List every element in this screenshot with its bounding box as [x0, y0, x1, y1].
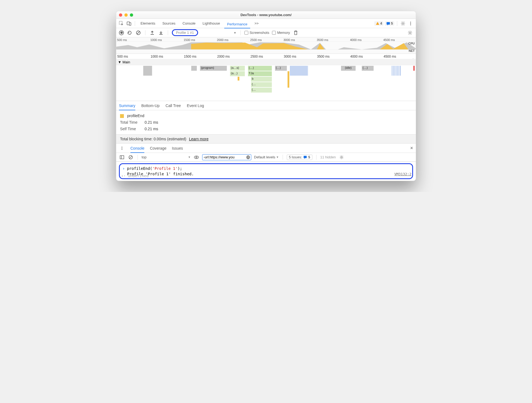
flame-bar[interactable]: (…) — [248, 66, 272, 71]
sidebar-toggle-icon[interactable] — [119, 154, 125, 160]
source-link[interactable]: VM3132:2 — [394, 172, 411, 176]
clear-console-icon[interactable] — [128, 154, 134, 160]
messages-badge[interactable]: 5 — [385, 21, 394, 26]
flame-bar[interactable]: (… — [251, 82, 272, 87]
clear-filter-icon[interactable]: × — [246, 155, 250, 159]
net-label: NET — [409, 49, 415, 52]
console-settings-icon[interactable] — [339, 154, 345, 160]
hidden-count[interactable]: 11 hidden — [320, 155, 336, 159]
svg-point-17 — [196, 156, 197, 158]
drawer-tab-issues[interactable]: Issues — [172, 146, 183, 150]
tab-lighthouse[interactable]: Lighthouse — [200, 20, 223, 26]
kebab-menu-icon[interactable] — [408, 20, 414, 26]
flame-bar[interactable] — [290, 66, 308, 76]
flame-bar[interactable]: b — [251, 77, 272, 82]
warnings-count: 4 — [380, 22, 382, 25]
flame-bar[interactable] — [392, 66, 401, 76]
svg-point-10 — [122, 148, 122, 149]
flame-bar[interactable]: (… — [251, 88, 272, 93]
chevron-down-icon[interactable]: ▼ — [234, 31, 237, 34]
details-tabs: Summary Bottom-Up Call Tree Event Log — [116, 101, 416, 110]
net-lane: NET — [116, 49, 416, 53]
tab-bottom-up[interactable]: Bottom-Up — [141, 103, 160, 108]
chevron-down-icon: ▼ — [276, 156, 279, 159]
separator — [283, 155, 283, 160]
tick: 1000 ms — [150, 55, 183, 58]
console-code-string: 'Profile 1' — [152, 166, 178, 171]
upload-icon[interactable] — [149, 30, 155, 36]
flame-bar[interactable]: (…) — [362, 66, 374, 71]
device-toggle-icon[interactable] — [126, 20, 132, 26]
warnings-badge[interactable]: 4 — [374, 21, 384, 26]
context-selector[interactable]: top ▼ — [142, 155, 191, 159]
flame-section: 500 ms 1000 ms 1500 ms 2000 ms 2500 ms 3… — [116, 54, 416, 101]
flame-bar[interactable]: (idle) — [341, 66, 356, 71]
close-drawer-icon[interactable]: × — [410, 145, 413, 151]
messages-count: 5 — [391, 22, 393, 25]
performance-toolbar: Profile 1 #1 ▼ Screenshots Memory — [116, 28, 416, 37]
record-button[interactable] — [119, 30, 124, 35]
flame-bar[interactable]: TJa — [248, 71, 272, 76]
console-body[interactable]: › profileEnd('Profile 1'); Profile 'Prof… — [116, 162, 416, 181]
inspect-element-icon[interactable] — [118, 20, 124, 26]
flame-bar[interactable]: (a…s) — [230, 66, 245, 71]
self-time-label: Self Time — [120, 127, 142, 131]
separator — [135, 21, 135, 26]
timeline-overview[interactable]: 500 ms 1000 ms 1500 ms 2000 ms 2500 ms 3… — [116, 37, 416, 54]
flame-bar[interactable] — [288, 71, 289, 88]
profile-selector[interactable]: Profile 1 #1 — [172, 29, 198, 36]
flame-bar[interactable]: (…) — [275, 66, 287, 71]
tab-performance[interactable]: Performance — [224, 21, 250, 28]
tick: 3500 ms — [316, 38, 349, 42]
flame-bar[interactable]: (a…) — [230, 71, 245, 76]
console-filter-input[interactable] — [204, 155, 245, 159]
settings-icon[interactable] — [400, 20, 406, 26]
flame-chart[interactable]: (program) (a…s) (a…) (…) TJa b (… (… (…)… — [116, 65, 416, 101]
svg-rect-18 — [304, 156, 307, 158]
self-time-value: 0.21 ms — [145, 127, 158, 131]
screenshots-checkbox[interactable]: Screenshots — [244, 31, 269, 35]
tick: 500 ms — [116, 38, 150, 42]
kebab-menu-icon[interactable] — [119, 145, 125, 151]
tab-console[interactable]: Console — [180, 20, 198, 26]
clear-icon[interactable] — [135, 30, 141, 36]
tick: 4500 ms — [382, 55, 416, 58]
issues-button[interactable]: 5 Issues: 5 — [287, 155, 312, 160]
tick: 3500 ms — [316, 55, 349, 58]
tab-sources[interactable]: Sources — [160, 20, 178, 26]
event-color-swatch — [120, 114, 124, 118]
console-filter[interactable]: × — [202, 154, 251, 160]
capture-settings-icon[interactable] — [407, 30, 413, 36]
reload-record-icon[interactable] — [127, 30, 133, 36]
tab-call-tree[interactable]: Call Tree — [166, 103, 181, 108]
flame-bar[interactable]: (program) — [200, 66, 227, 71]
memory-label: Memory — [277, 31, 290, 35]
overview-ruler: 500 ms 1000 ms 1500 ms 2000 ms 2500 ms 3… — [116, 37, 416, 42]
live-expression-icon[interactable] — [193, 154, 199, 160]
issues-label: 5 Issues: — [289, 155, 302, 159]
download-icon[interactable] — [158, 30, 164, 36]
flame-bar[interactable] — [238, 77, 240, 81]
svg-point-11 — [122, 149, 122, 150]
drawer-tab-console[interactable]: Console — [130, 146, 144, 153]
tab-summary[interactable]: Summary — [119, 103, 135, 110]
flame-bar[interactable] — [143, 66, 152, 76]
flame-bar[interactable] — [191, 66, 197, 71]
learn-more-link[interactable]: Learn more — [189, 137, 209, 141]
scrollbar[interactable] — [413, 58, 414, 59]
trash-icon[interactable] — [293, 30, 299, 36]
main-thread-row[interactable]: ▼ Main — [116, 59, 416, 65]
screenshots-label: Screenshots — [250, 31, 269, 35]
memory-checkbox[interactable]: Memory — [272, 31, 290, 35]
tick: 4500 ms — [382, 38, 416, 42]
log-levels-selector[interactable]: Default levels ▼ — [254, 155, 279, 159]
tabs-overflow[interactable]: >> — [252, 20, 261, 26]
cpu-lane: CPU — [116, 42, 416, 49]
screenshots-input[interactable] — [244, 31, 248, 35]
tab-event-log[interactable]: Event Log — [187, 103, 204, 108]
memory-input[interactable] — [272, 31, 276, 35]
tab-elements[interactable]: Elements — [138, 20, 158, 26]
profile-name: Profile 1 #1 — [176, 31, 194, 35]
drawer-tab-coverage[interactable]: Coverage — [150, 146, 166, 150]
svg-rect-3 — [387, 22, 390, 25]
